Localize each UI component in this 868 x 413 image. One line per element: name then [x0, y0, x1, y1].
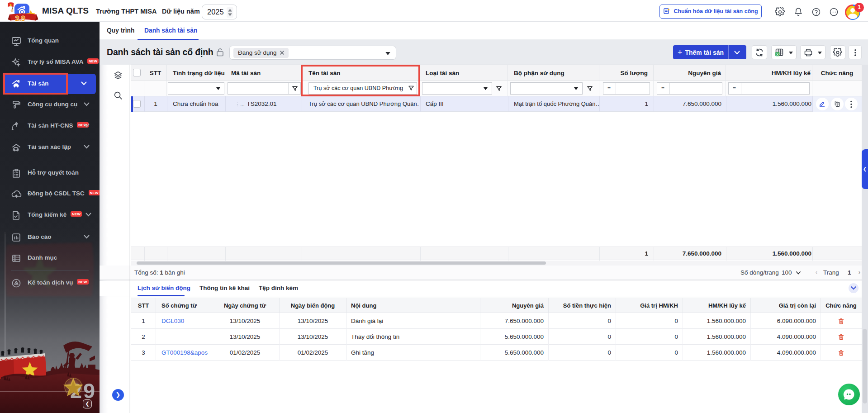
svg-text:X: X: [776, 52, 778, 57]
svg-text:2.9: 2.9: [15, 15, 25, 22]
svg-text:2: 2: [70, 379, 82, 403]
